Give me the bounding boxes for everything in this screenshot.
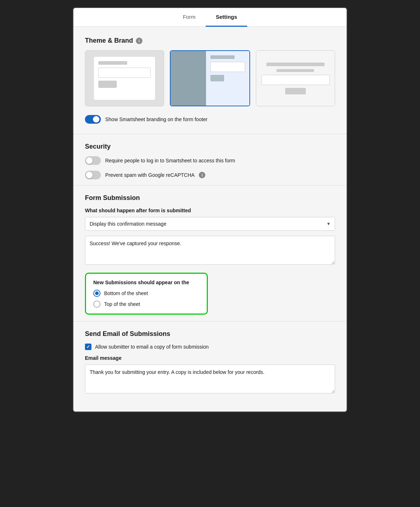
classic-inner <box>94 57 155 100</box>
tab-form[interactable]: Form <box>173 8 206 27</box>
theme-brand-title: Theme & Brand <box>85 37 133 44</box>
theme-card-plain[interactable]: Plain <box>256 50 335 106</box>
send-email-section-title: Send Email of Submissions <box>85 330 335 338</box>
classic-mock-input <box>98 68 151 78</box>
classic-mock-bar-2 <box>98 81 117 88</box>
email-message-textarea[interactable] <box>85 365 335 393</box>
new-submissions-radio-group: New Submissions should appear on the Bot… <box>85 273 208 315</box>
captcha-toggle[interactable] <box>85 171 101 179</box>
radio-top-label: Top of the sheet <box>104 301 140 307</box>
theme-brand-info-icon[interactable]: i <box>136 38 142 44</box>
theme-brand-section-title: Theme & Brand i <box>85 37 335 44</box>
branding-toggle[interactable] <box>85 115 101 124</box>
modern-left-panel <box>171 51 206 106</box>
email-checkbox-label: Allow submitter to email a copy of form … <box>95 344 209 350</box>
after-submit-select[interactable]: Display this confirmation message <box>85 217 335 231</box>
classic-mock-bar-1 <box>98 61 127 65</box>
after-submit-label: What should happen after form is submitt… <box>85 208 335 213</box>
login-toggle[interactable] <box>85 156 101 165</box>
modern-label: Modern <box>171 106 249 106</box>
divider-1 <box>73 134 347 134</box>
radio-bottom-outer[interactable] <box>93 290 100 297</box>
form-submission-section-title: Form Submission <box>85 194 335 202</box>
radio-bottom-inner <box>95 291 99 295</box>
confirmation-message-textarea[interactable] <box>85 236 335 265</box>
divider-2 <box>73 185 347 186</box>
plain-mock-bar-1 <box>266 63 325 66</box>
plain-preview <box>256 51 335 106</box>
login-toggle-thumb <box>86 157 93 164</box>
theme-card-classic[interactable]: Classic <box>85 50 164 106</box>
divider-3 <box>73 321 347 321</box>
form-submission-title: Form Submission <box>85 194 140 202</box>
captcha-info-icon[interactable]: i <box>199 172 205 178</box>
settings-window: Form Settings Theme & Brand i Classic <box>73 7 347 412</box>
radio-bottom-label: Bottom of the sheet <box>104 290 148 296</box>
classic-preview <box>85 51 164 106</box>
login-toggle-row[interactable]: Require people to log in to Smartsheet t… <box>85 156 335 165</box>
modern-mock-input <box>210 62 245 72</box>
captcha-toggle-row[interactable]: Prevent spam with Google reCAPTCHA i <box>85 171 335 179</box>
captcha-toggle-thumb <box>86 172 93 178</box>
settings-content: Theme & Brand i Classic <box>73 27 347 412</box>
branding-toggle-row[interactable]: Show Smartsheet branding on the form foo… <box>85 115 335 124</box>
tabs-bar: Form Settings <box>73 8 347 27</box>
plain-label: Plain <box>256 106 335 106</box>
email-checkbox-row[interactable]: ✓ Allow submitter to email a copy of for… <box>85 344 335 350</box>
tab-settings[interactable]: Settings <box>206 8 247 27</box>
send-email-title: Send Email of Submissions <box>85 330 170 338</box>
modern-preview <box>171 51 249 106</box>
plain-mock-bar-3 <box>285 88 306 94</box>
theme-cards-container: Classic Modern <box>85 50 335 106</box>
security-title: Security <box>85 143 111 150</box>
new-submissions-title: New Submissions should appear on the <box>93 280 200 285</box>
plain-mock-bar-2 <box>277 69 314 72</box>
plain-mock-input <box>261 75 330 85</box>
radio-top-outer[interactable] <box>93 301 100 308</box>
branding-toggle-label: Show Smartsheet branding on the form foo… <box>105 116 207 122</box>
checkbox-check-icon: ✓ <box>86 344 90 349</box>
branding-toggle-thumb <box>93 116 99 123</box>
radio-top-row[interactable]: Top of the sheet <box>93 301 200 308</box>
theme-card-modern[interactable]: Modern <box>170 50 250 106</box>
email-message-label: Email message <box>85 355 335 361</box>
security-section-title: Security <box>85 143 335 150</box>
captcha-toggle-label: Prevent spam with Google reCAPTCHA <box>105 172 194 178</box>
radio-bottom-row[interactable]: Bottom of the sheet <box>93 290 200 297</box>
after-submit-select-wrapper: Display this confirmation message ▼ <box>85 217 335 231</box>
classic-label: Classic <box>85 106 164 106</box>
login-toggle-label: Require people to log in to Smartsheet t… <box>105 158 235 163</box>
modern-right-panel <box>206 51 249 106</box>
modern-mock-bar-1 <box>210 55 235 59</box>
modern-mock-bar-2 <box>210 75 224 81</box>
email-checkbox[interactable]: ✓ <box>85 344 91 350</box>
